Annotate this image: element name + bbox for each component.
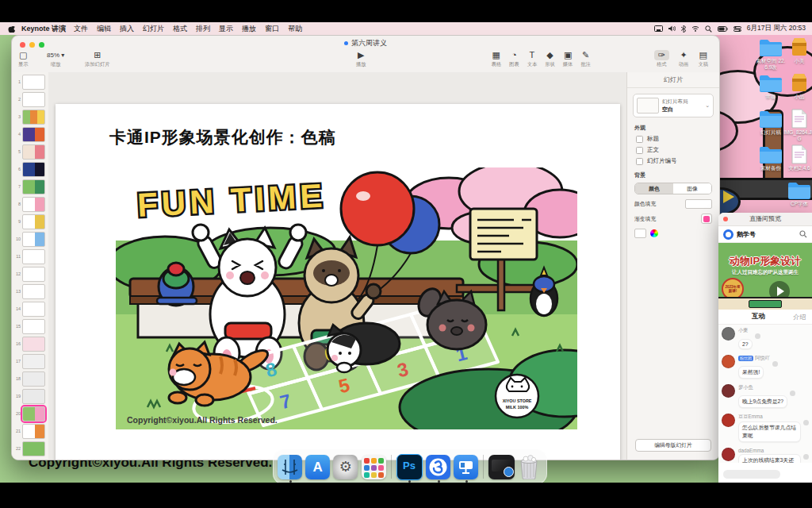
bg-tab-1[interactable]: 图像 (673, 183, 711, 194)
slide-thumbnail[interactable] (22, 232, 45, 247)
chat-message-1[interactable]: 粉丝团阿悦吖果然强! (722, 355, 809, 379)
slide-thumbnail[interactable] (22, 75, 45, 90)
slide-thumbnail-row-11[interactable]: 11 (12, 248, 48, 264)
apple-logo-icon[interactable] (8, 24, 15, 34)
slide-thumbnail[interactable] (22, 110, 45, 125)
checkbox[interactable] (636, 136, 643, 143)
slide-thumbnail[interactable] (22, 441, 45, 456)
slide-thumbnail[interactable] (22, 197, 45, 212)
slide-illustration[interactable]: 8 7 6 5 4 3 2 1 (116, 167, 577, 429)
toolbar-panel-0[interactable]: ✑格式 (654, 50, 669, 68)
keynote-icon[interactable] (454, 455, 478, 479)
control-center-icon[interactable] (733, 26, 741, 32)
toolbar-insert-2[interactable]: T文本 (527, 50, 538, 68)
edit-master-slide-button[interactable]: 编辑母版幻灯片 (635, 439, 711, 452)
slide-thumbnail-row-2[interactable]: 2 (12, 91, 48, 107)
slide-thumbnail-row-1[interactable]: 1 (12, 74, 48, 90)
chat-message-3[interactable]: 豆豆Emma怎么以后整节课几点结束呢 (722, 414, 809, 442)
tab-intro[interactable]: 介绍 (793, 313, 806, 321)
menubar-item-2[interactable]: 插入 (120, 24, 134, 34)
volume-icon[interactable] (668, 25, 676, 32)
slide-thumbnail[interactable] (22, 389, 45, 404)
slide-thumbnail[interactable] (22, 371, 45, 387)
dock-screenshare[interactable] (488, 451, 515, 483)
dock-appstore[interactable]: A (305, 451, 330, 483)
slide-thumbnail-row-17[interactable]: 17 (12, 353, 48, 369)
toolbar-insert-1[interactable]: ◔图表 (509, 50, 519, 68)
message-more-button[interactable] (803, 454, 809, 460)
desktop-icon-3[interactable]: 小晶 (783, 72, 812, 100)
toolbar-insert-0[interactable]: ▦表格 (491, 50, 501, 68)
slide-thumbnail-row-20[interactable]: 20 (12, 406, 48, 421)
message-more-button[interactable] (803, 420, 809, 425)
menubar-item-9[interactable]: 帮助 (288, 24, 302, 34)
menubar-item-7[interactable]: 播放 (242, 24, 256, 34)
slide-thumbnail-row-13[interactable]: 13 (12, 283, 48, 299)
menubar-item-1[interactable]: 编辑 (97, 24, 111, 34)
slide-thumbnail[interactable] (22, 284, 45, 299)
bg-tab-0[interactable]: 颜色 (635, 183, 673, 194)
chat-message-4[interactable]: dadaEmma上次的线稿结束3天还能跟上结尾 (722, 448, 809, 463)
toolbar-panel-1[interactable]: ✦动画 (679, 50, 689, 68)
slide-layout-selector[interactable]: 幻灯片布局 空白 ⌄ (633, 94, 714, 117)
xiaoet-icon[interactable] (426, 455, 450, 479)
desktop-icon-7[interactable]: 文档2.4.6 (783, 144, 812, 171)
toolbar-insert-3[interactable]: ◆形状 (545, 50, 555, 68)
play-button[interactable]: ▶ 播放 (356, 50, 366, 68)
menubar-app-name[interactable]: Keynote 讲演 (21, 24, 66, 34)
launchpad-icon[interactable] (362, 455, 386, 479)
slide-thumbnail-row-14[interactable]: 14 (12, 301, 48, 317)
dock-settings[interactable]: ⚙ (333, 451, 358, 483)
color-wheel-icon[interactable] (650, 229, 658, 237)
slide-thumbnail-row-19[interactable]: 19 (12, 388, 48, 404)
slide-thumbnail[interactable] (22, 354, 45, 369)
close-button[interactable] (723, 217, 728, 221)
slide-thumbnail-row-18[interactable]: 18 (12, 371, 48, 387)
slide-thumbnail-row-16[interactable]: 16 (12, 336, 48, 352)
checkbox[interactable] (636, 158, 643, 165)
account-name[interactable]: 鹅学号 (737, 230, 756, 239)
search-icon[interactable] (799, 230, 807, 238)
message-more-button[interactable] (755, 333, 760, 339)
dock-finder[interactable] (278, 451, 302, 483)
settings-icon[interactable]: ⚙ (333, 455, 358, 479)
color-well[interactable] (634, 229, 646, 238)
zoom-level-button[interactable]: 85% ▾ 缩放 (47, 50, 64, 68)
desktop-icon-1[interactable]: 小美 (783, 37, 812, 64)
slide-thumbnail[interactable] (22, 162, 45, 177)
slide-thumbnail[interactable] (22, 144, 45, 160)
message-more-button[interactable] (772, 361, 778, 367)
toolbar-panel-2[interactable]: ▤文稿 (698, 50, 708, 68)
slide-thumbnail[interactable] (22, 179, 45, 194)
chat-message-2[interactable]: 梦小鱼晚上9点免费是2? (722, 384, 809, 408)
menubar-item-6[interactable]: 显示 (219, 24, 233, 34)
photoshop-icon[interactable]: Ps (396, 454, 423, 480)
chat-message-list[interactable]: 小栗2?粉丝团阿悦吖果然强!梦小鱼晚上9点免费是2?豆豆Emma怎么以后整节课几… (718, 325, 812, 463)
bluetooth-icon[interactable] (681, 25, 686, 33)
slide-title-text[interactable]: 卡通IP形象场景化创作：色稿 (109, 126, 336, 148)
chat-message-0[interactable]: 小栗2? (722, 327, 809, 349)
trash-icon[interactable] (518, 455, 542, 479)
slide-thumbnail-row-7[interactable]: 7 (12, 179, 48, 194)
slide-thumbnail-row-12[interactable]: 12 (12, 266, 48, 282)
dock-photoshop[interactable]: Ps (396, 451, 423, 483)
slide-thumbnail[interactable] (22, 319, 45, 334)
dock-trash[interactable] (518, 451, 542, 483)
dock-xiaoet[interactable] (426, 451, 450, 483)
fill-row[interactable]: 颜色填充 (634, 199, 712, 209)
chat-input[interactable] (723, 470, 780, 479)
menubar-item-0[interactable]: 文件 (74, 24, 88, 34)
gradient-dropdown[interactable] (701, 214, 712, 224)
slide-thumbnail[interactable] (22, 214, 45, 229)
slide-thumbnail-row-9[interactable]: 9 (12, 214, 48, 229)
toolbar-insert-5[interactable]: ✎批注 (580, 50, 591, 68)
slide-thumbnail[interactable] (22, 337, 45, 352)
slide-thumbnail-row-10[interactable]: 10 (12, 231, 48, 247)
slide-thumbnail-row-8[interactable]: 8 (12, 196, 48, 212)
message-more-button[interactable] (790, 391, 795, 396)
slide-thumbnail-row-5[interactable]: 5 (12, 144, 48, 160)
slide-thumbnail-row-21[interactable]: 21 (12, 423, 48, 439)
desktop-icon-5[interactable]: IMG_8264.JPG (783, 108, 812, 141)
fill-value-box[interactable] (685, 199, 712, 209)
slide-thumbnail[interactable] (22, 406, 45, 421)
